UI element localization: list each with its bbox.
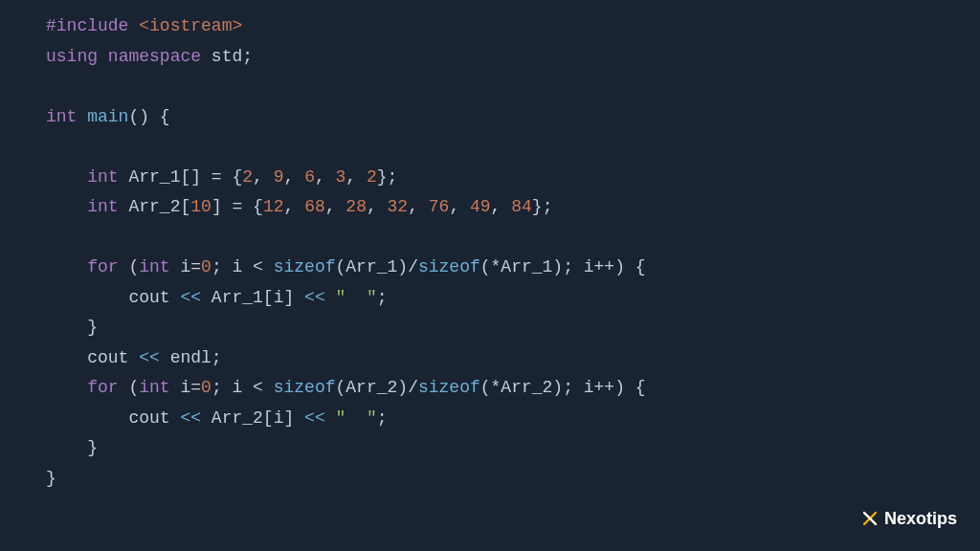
fn-sizeof: sizeof [418, 378, 480, 397]
comma: , [408, 197, 429, 216]
num: 12 [263, 197, 284, 216]
num: 10 [190, 197, 212, 216]
kw-using: using [46, 47, 98, 66]
comma: , [315, 167, 336, 187]
brace-open: { [149, 107, 170, 126]
cond: i < [222, 257, 274, 276]
comma: , [367, 197, 388, 216]
num: 6 [304, 167, 315, 187]
header-name: <iostream> [139, 16, 242, 35]
semicolon: ; [242, 47, 253, 66]
brand-text: Nexotips [884, 504, 957, 535]
fn-sizeof: sizeof [274, 257, 336, 276]
brand-logo: Nexotips [861, 504, 957, 535]
num: 0 [201, 378, 212, 397]
op-stream: << [180, 288, 201, 307]
id-cout: cout [128, 288, 169, 307]
num: 84 [511, 197, 532, 216]
eq-brace: = { [201, 167, 242, 187]
brace-close: } [87, 438, 98, 457]
kw-for: for [87, 257, 118, 276]
kw-int: int [87, 167, 118, 187]
brace-close: }; [377, 167, 398, 187]
kw-int: int [46, 107, 77, 126]
fn-sizeof: sizeof [274, 378, 336, 397]
expr: (Arr_1)/ [336, 257, 418, 276]
comma: , [449, 197, 470, 216]
op-stream: << [180, 408, 201, 428]
comma: , [284, 167, 305, 187]
expr: Arr_2[i] [201, 408, 304, 428]
num: 0 [201, 257, 212, 276]
kw-for: for [87, 378, 118, 397]
var-arr1: Arr_1 [128, 167, 180, 187]
comma: , [325, 197, 346, 216]
kw-int: int [139, 378, 169, 397]
brackets: [] [180, 167, 201, 187]
init: i= [180, 378, 201, 397]
op-stream: << [139, 348, 160, 367]
expr: (Arr_2)/ [336, 378, 418, 397]
num: 76 [429, 197, 450, 216]
comma: , [491, 197, 512, 216]
brace-close: }; [532, 197, 553, 216]
fn-sizeof: sizeof [418, 257, 480, 276]
comma: , [284, 197, 305, 216]
expr: (*Arr_2); i++) { [480, 378, 646, 397]
brace-close: } [46, 469, 56, 488]
id-endl: endl; [160, 348, 222, 367]
kw-int: int [139, 257, 169, 276]
expr: Arr_1[i] [201, 288, 304, 307]
string-literal: " " [336, 408, 377, 428]
brace-close: } [87, 318, 98, 337]
num: 2 [242, 167, 253, 187]
parens: () [128, 107, 149, 126]
id-cout: cout [128, 408, 169, 428]
logo-icon [861, 510, 879, 527]
num: 3 [336, 167, 346, 187]
init: i= [180, 257, 201, 276]
kw-namespace: namespace [108, 47, 201, 66]
num: 9 [274, 167, 284, 187]
num: 32 [388, 197, 409, 216]
eq-brace: = { [222, 197, 263, 216]
code-block: #include <iostream> using namespace std;… [46, 11, 934, 494]
op-stream: << [304, 288, 325, 307]
comma: , [253, 167, 274, 187]
id-cout: cout [87, 348, 128, 367]
num: 2 [367, 167, 377, 187]
num: 68 [304, 197, 325, 216]
num: 49 [470, 197, 491, 216]
include-directive: #include [46, 16, 128, 35]
fn-main: main [87, 107, 128, 126]
kw-int: int [87, 197, 118, 216]
var-arr2: Arr_2 [128, 197, 180, 216]
comma: , [345, 167, 367, 187]
cond: i < [222, 378, 274, 397]
id-std: std [212, 47, 242, 66]
op-stream: << [304, 408, 325, 428]
string-literal: " " [336, 288, 377, 307]
num: 28 [345, 197, 367, 216]
expr: (*Arr_1); i++) { [480, 257, 646, 276]
